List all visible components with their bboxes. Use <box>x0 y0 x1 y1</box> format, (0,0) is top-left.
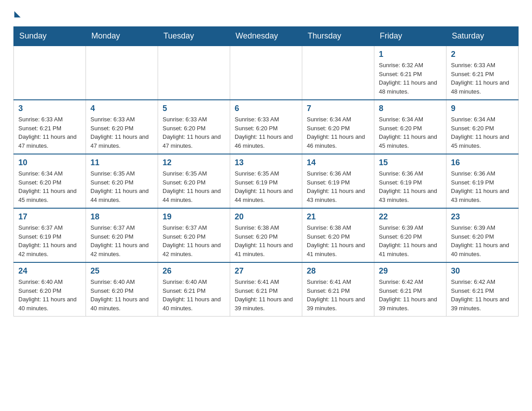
day-info: Sunrise: 6:34 AMSunset: 6:20 PMDaylight:… <box>18 169 81 204</box>
day-number: 16 <box>451 158 514 167</box>
day-info: Sunrise: 6:33 AMSunset: 6:21 PMDaylight:… <box>18 115 81 150</box>
day-number: 19 <box>163 212 225 222</box>
calendar-table: SundayMondayTuesdayWednesdayThursdayFrid… <box>13 26 519 317</box>
day-info: Sunrise: 6:39 AMSunset: 6:20 PMDaylight:… <box>451 223 514 258</box>
calendar-cell: 30Sunrise: 6:42 AMSunset: 6:21 PMDayligh… <box>446 262 519 317</box>
calendar-cell: 9Sunrise: 6:34 AMSunset: 6:20 PMDaylight… <box>446 100 519 154</box>
day-info: Sunrise: 6:41 AMSunset: 6:21 PMDaylight:… <box>235 278 297 313</box>
day-number: 6 <box>235 104 297 113</box>
calendar-cell: 14Sunrise: 6:36 AMSunset: 6:19 PMDayligh… <box>302 154 374 208</box>
calendar-cell: 3Sunrise: 6:33 AMSunset: 6:21 PMDaylight… <box>14 100 86 154</box>
day-number: 26 <box>163 266 225 276</box>
calendar-cell: 24Sunrise: 6:40 AMSunset: 6:20 PMDayligh… <box>14 262 86 317</box>
calendar-cell: 26Sunrise: 6:40 AMSunset: 6:21 PMDayligh… <box>158 262 230 317</box>
day-info: Sunrise: 6:33 AMSunset: 6:20 PMDaylight:… <box>235 115 297 150</box>
day-info: Sunrise: 6:37 AMSunset: 6:20 PMDaylight:… <box>163 223 225 258</box>
day-number: 20 <box>235 212 297 222</box>
day-info: Sunrise: 6:38 AMSunset: 6:20 PMDaylight:… <box>307 223 369 258</box>
calendar-cell: 19Sunrise: 6:37 AMSunset: 6:20 PMDayligh… <box>158 208 230 262</box>
calendar-cell: 25Sunrise: 6:40 AMSunset: 6:20 PMDayligh… <box>86 262 158 317</box>
calendar-cell: 2Sunrise: 6:33 AMSunset: 6:21 PMDaylight… <box>446 46 519 100</box>
calendar-cell: 16Sunrise: 6:36 AMSunset: 6:19 PMDayligh… <box>446 154 519 208</box>
day-info: Sunrise: 6:42 AMSunset: 6:21 PMDaylight:… <box>379 278 442 313</box>
day-number: 10 <box>18 158 81 167</box>
calendar-cell <box>230 46 302 100</box>
day-number: 7 <box>307 104 369 113</box>
column-header-tuesday: Tuesday <box>158 27 230 46</box>
day-number: 30 <box>451 266 514 276</box>
logo-arrow-icon <box>14 11 21 17</box>
calendar-cell: 12Sunrise: 6:35 AMSunset: 6:20 PMDayligh… <box>158 154 230 208</box>
calendar-cell: 5Sunrise: 6:33 AMSunset: 6:20 PMDaylight… <box>158 100 230 154</box>
week-row-1: 1Sunrise: 6:32 AMSunset: 6:21 PMDaylight… <box>14 46 519 100</box>
calendar-cell: 28Sunrise: 6:41 AMSunset: 6:21 PMDayligh… <box>302 262 374 317</box>
calendar-cell: 8Sunrise: 6:34 AMSunset: 6:20 PMDaylight… <box>374 100 446 154</box>
day-info: Sunrise: 6:35 AMSunset: 6:19 PMDaylight:… <box>235 169 297 204</box>
calendar-cell <box>302 46 374 100</box>
column-header-sunday: Sunday <box>14 27 86 46</box>
day-info: Sunrise: 6:37 AMSunset: 6:19 PMDaylight:… <box>18 223 81 258</box>
day-info: Sunrise: 6:35 AMSunset: 6:20 PMDaylight:… <box>163 169 225 204</box>
calendar-header-row: SundayMondayTuesdayWednesdayThursdayFrid… <box>14 27 519 46</box>
calendar-cell: 17Sunrise: 6:37 AMSunset: 6:19 PMDayligh… <box>14 208 86 262</box>
column-header-saturday: Saturday <box>446 27 519 46</box>
column-header-wednesday: Wednesday <box>230 27 302 46</box>
calendar-cell: 11Sunrise: 6:35 AMSunset: 6:20 PMDayligh… <box>86 154 158 208</box>
day-number: 28 <box>307 266 369 276</box>
day-info: Sunrise: 6:36 AMSunset: 6:19 PMDaylight:… <box>379 169 442 204</box>
calendar-cell: 13Sunrise: 6:35 AMSunset: 6:19 PMDayligh… <box>230 154 302 208</box>
day-number: 14 <box>307 158 369 167</box>
day-info: Sunrise: 6:39 AMSunset: 6:20 PMDaylight:… <box>379 223 442 258</box>
calendar-cell <box>14 46 86 100</box>
day-number: 23 <box>451 212 514 222</box>
page-header <box>13 9 519 17</box>
calendar-cell: 22Sunrise: 6:39 AMSunset: 6:20 PMDayligh… <box>374 208 446 262</box>
column-header-friday: Friday <box>374 27 446 46</box>
calendar-cell: 18Sunrise: 6:37 AMSunset: 6:20 PMDayligh… <box>86 208 158 262</box>
calendar-cell <box>86 46 158 100</box>
day-info: Sunrise: 6:41 AMSunset: 6:21 PMDaylight:… <box>307 278 369 313</box>
calendar-cell: 4Sunrise: 6:33 AMSunset: 6:20 PMDaylight… <box>86 100 158 154</box>
day-number: 21 <box>307 212 369 222</box>
day-info: Sunrise: 6:40 AMSunset: 6:21 PMDaylight:… <box>163 278 225 313</box>
day-number: 15 <box>379 158 442 167</box>
week-row-3: 10Sunrise: 6:34 AMSunset: 6:20 PMDayligh… <box>14 154 519 208</box>
day-info: Sunrise: 6:40 AMSunset: 6:20 PMDaylight:… <box>18 278 81 313</box>
day-number: 4 <box>90 104 153 113</box>
day-info: Sunrise: 6:34 AMSunset: 6:20 PMDaylight:… <box>307 115 369 150</box>
day-info: Sunrise: 6:37 AMSunset: 6:20 PMDaylight:… <box>90 223 153 258</box>
week-row-4: 17Sunrise: 6:37 AMSunset: 6:19 PMDayligh… <box>14 208 519 262</box>
calendar-cell: 29Sunrise: 6:42 AMSunset: 6:21 PMDayligh… <box>374 262 446 317</box>
day-info: Sunrise: 6:34 AMSunset: 6:20 PMDaylight:… <box>379 115 442 150</box>
day-number: 8 <box>379 104 442 113</box>
day-info: Sunrise: 6:36 AMSunset: 6:19 PMDaylight:… <box>451 169 514 204</box>
day-info: Sunrise: 6:40 AMSunset: 6:20 PMDaylight:… <box>90 278 153 313</box>
calendar-cell: 6Sunrise: 6:33 AMSunset: 6:20 PMDaylight… <box>230 100 302 154</box>
day-info: Sunrise: 6:38 AMSunset: 6:20 PMDaylight:… <box>235 223 297 258</box>
day-info: Sunrise: 6:42 AMSunset: 6:21 PMDaylight:… <box>451 278 514 313</box>
day-number: 22 <box>379 212 442 222</box>
day-number: 9 <box>451 104 514 113</box>
day-number: 13 <box>235 158 297 167</box>
day-info: Sunrise: 6:36 AMSunset: 6:19 PMDaylight:… <box>307 169 369 204</box>
day-number: 17 <box>18 212 81 222</box>
calendar-cell: 15Sunrise: 6:36 AMSunset: 6:19 PMDayligh… <box>374 154 446 208</box>
day-info: Sunrise: 6:33 AMSunset: 6:21 PMDaylight:… <box>451 61 514 96</box>
column-header-thursday: Thursday <box>302 27 374 46</box>
day-info: Sunrise: 6:33 AMSunset: 6:20 PMDaylight:… <box>163 115 225 150</box>
calendar-cell: 1Sunrise: 6:32 AMSunset: 6:21 PMDaylight… <box>374 46 446 100</box>
day-number: 24 <box>18 266 81 276</box>
calendar-cell: 7Sunrise: 6:34 AMSunset: 6:20 PMDaylight… <box>302 100 374 154</box>
day-number: 11 <box>90 158 153 167</box>
day-info: Sunrise: 6:33 AMSunset: 6:20 PMDaylight:… <box>90 115 153 150</box>
day-number: 1 <box>379 50 442 59</box>
calendar-cell: 21Sunrise: 6:38 AMSunset: 6:20 PMDayligh… <box>302 208 374 262</box>
day-number: 3 <box>18 104 81 113</box>
day-number: 2 <box>451 50 514 59</box>
column-header-monday: Monday <box>86 27 158 46</box>
day-number: 18 <box>90 212 153 222</box>
day-number: 12 <box>163 158 225 167</box>
day-number: 25 <box>90 266 153 276</box>
calendar-cell: 23Sunrise: 6:39 AMSunset: 6:20 PMDayligh… <box>446 208 519 262</box>
week-row-5: 24Sunrise: 6:40 AMSunset: 6:20 PMDayligh… <box>14 262 519 317</box>
